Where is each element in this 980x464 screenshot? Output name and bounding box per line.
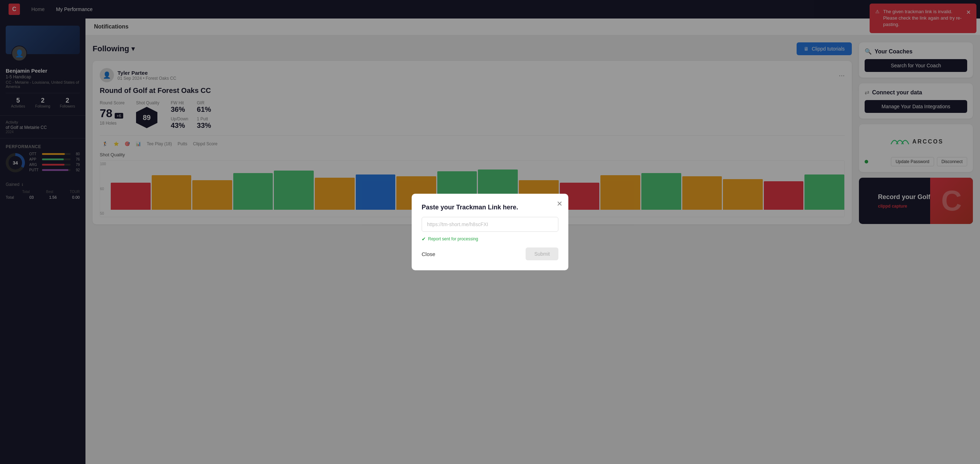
modal-status: ✔ Report sent for processing <box>422 236 558 242</box>
trackman-modal: Paste your Trackman Link here. ✕ ✔ Repor… <box>412 194 568 270</box>
modal-overlay[interactable]: Paste your Trackman Link here. ✕ ✔ Repor… <box>0 0 980 464</box>
modal-close-button[interactable]: Close <box>422 251 435 257</box>
modal-close-icon-button[interactable]: ✕ <box>557 199 563 208</box>
modal-title: Paste your Trackman Link here. <box>422 204 558 211</box>
modal-submit-button[interactable]: Submit <box>526 248 558 260</box>
trackman-link-input[interactable] <box>422 217 558 232</box>
modal-actions: Close Submit <box>422 248 558 260</box>
check-circle-icon: ✔ <box>422 236 426 242</box>
